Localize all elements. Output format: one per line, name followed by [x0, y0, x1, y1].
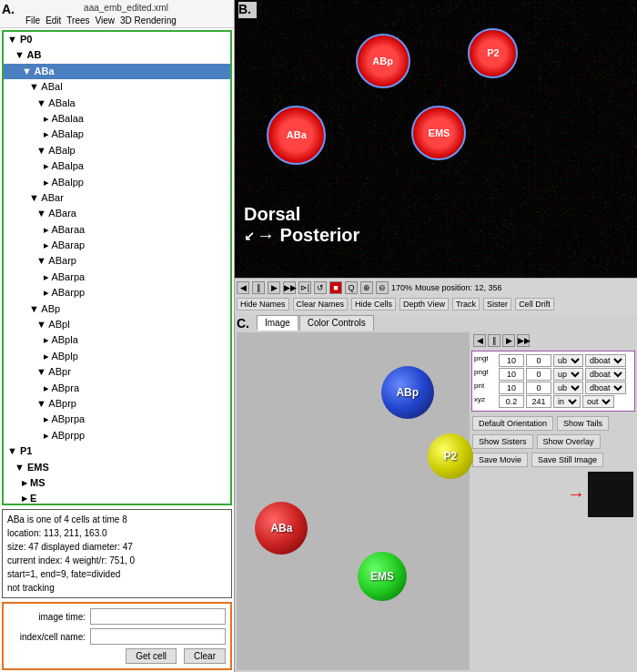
tree-node-abarap[interactable]: ▸ ABarap	[4, 238, 230, 253]
ctrl-sel2-3[interactable]: out	[582, 395, 614, 408]
ctrl-sel1-1[interactable]: up	[553, 368, 583, 381]
ctrl-sel1-3[interactable]: in	[553, 395, 581, 408]
ctrl-val2-2[interactable]	[526, 382, 551, 394]
tb-fast-fwd-icon[interactable]: ▶▶	[283, 281, 296, 294]
get-cell-button[interactable]: Get cell	[126, 648, 177, 664]
tree-node-abaraa[interactable]: ▸ ABaraa	[4, 222, 230, 238]
tree-node-ems[interactable]: ▼ EMS	[4, 460, 230, 475]
ctrl-sel2-2[interactable]: dboat	[585, 382, 626, 394]
save-movie-btn[interactable]: Save Movie	[472, 453, 528, 467]
tree-node-abal[interactable]: ▼ ABal	[4, 79, 230, 95]
tree-node-abalpp[interactable]: ▸ ABalpp	[4, 175, 230, 190]
track-btn[interactable]: Track	[452, 298, 480, 311]
tree-node-abala[interactable]: ▼ ABala	[4, 96, 230, 111]
tree-node-abarpp[interactable]: ▸ ABarpp	[4, 285, 230, 300]
ctrl-val1-2[interactable]	[499, 382, 524, 394]
tb-pause-icon[interactable]: ‖	[252, 281, 265, 294]
controls-panel: ◀ ‖ ▶ ▶▶ pngt ub dboat	[471, 332, 635, 670]
tb-loop-icon[interactable]: ↺	[314, 281, 327, 294]
controls-table: pngt ub dboat pngt up dboat	[471, 351, 635, 412]
menu-trees[interactable]: Trees	[66, 15, 89, 25]
show-overlay-btn[interactable]: Show Overlay	[537, 434, 601, 449]
tree-node-abar[interactable]: ▼ ABar	[4, 190, 230, 206]
tree-node-ms[interactable]: ▸ MS	[4, 475, 230, 491]
menu-view[interactable]: View	[96, 15, 116, 25]
tree-node-abp[interactable]: ▼ ABp	[4, 301, 230, 317]
tree-node-ab[interactable]: ▼ AB	[4, 47, 230, 63]
cell-label-ems: EMS	[413, 127, 464, 138]
ctrl-val2-3[interactable]	[526, 395, 551, 408]
tree-node-p0[interactable]: ▼ P0	[4, 32, 230, 47]
ctrl-sel1-2[interactable]: ub	[553, 382, 583, 394]
ctrl-sel1-0[interactable]: ub	[553, 354, 583, 367]
section-c: C. Image Color Controls ABp P2	[235, 314, 637, 672]
tree-node-abalp[interactable]: ▼ ABalp	[4, 143, 230, 158]
show-sisters-btn[interactable]: Show Sisters	[472, 434, 533, 449]
tree-node-abprp[interactable]: ▼ ABprp	[4, 396, 230, 412]
menu-file[interactable]: File	[25, 15, 40, 25]
cell-3d-ems[interactable]: EMS	[358, 552, 407, 601]
clear-names-btn[interactable]: Clear Names	[293, 298, 349, 311]
cell-3d-abp[interactable]: ABp	[381, 366, 434, 419]
section-c-header: C. Image Color Controls	[235, 314, 637, 331]
tree-node-e[interactable]: ▸ E	[4, 491, 230, 505]
depth-view-btn[interactable]: Depth View	[399, 298, 449, 311]
tree-node-abprpp[interactable]: ▸ ABprpp	[4, 428, 230, 443]
toolbar-b: ◀ ‖ ▶ ▶▶ ⊳| ↺ ■ Q ⊕ ⊖ 170% Mouse positio…	[235, 278, 637, 314]
tree-node-abalpa[interactable]: ▸ ABalpa	[4, 158, 230, 174]
menu-3d[interactable]: 3D Rendering	[120, 15, 177, 25]
tb-play-icon[interactable]: ◀	[237, 281, 249, 294]
mini-fwd-icon[interactable]: ▶	[502, 334, 515, 347]
tab-image[interactable]: Image	[257, 315, 298, 331]
ctrl-val1-0[interactable]	[499, 354, 524, 367]
menu-bar: aaa_emb_edited.xml File Edit Trees View …	[0, 0, 234, 28]
tree-node-abpla[interactable]: ▸ ABpla	[4, 332, 230, 348]
tree-node-abarpa[interactable]: ▸ ABarpa	[4, 270, 230, 285]
mini-pause-icon[interactable]: ‖	[488, 334, 500, 347]
mini-ffwd-icon[interactable]: ▶▶	[517, 334, 530, 347]
tree-node-abara[interactable]: ▼ ABara	[4, 206, 230, 221]
cell-drift-btn[interactable]: Cell Drift	[515, 298, 554, 311]
default-orientation-btn[interactable]: Default Orientation	[472, 416, 553, 431]
tb-icon2[interactable]: Q	[345, 281, 358, 294]
tree-node-abplp[interactable]: ▸ ABplp	[4, 349, 230, 364]
hide-names-btn[interactable]: Hide Names	[237, 298, 289, 311]
show-tails-btn[interactable]: Show Tails	[557, 416, 609, 431]
tree-container[interactable]: ▼ P0▼ AB▼ ABa▼ ABal▼ ABala▸ ABalaa▸ ABal…	[2, 30, 232, 505]
tb-end-icon[interactable]: ⊳|	[298, 281, 311, 294]
cell-3d-aba[interactable]: ABa	[255, 502, 308, 555]
tree-node-abalap[interactable]: ▸ ABalap	[4, 127, 230, 142]
sister-btn[interactable]: Sister	[483, 298, 511, 311]
ctrl-val1-1[interactable]	[499, 368, 524, 381]
info-box: ABa is one of 4 cells at time 8location:…	[2, 509, 232, 598]
save-still-image-btn[interactable]: Save Still Image	[531, 453, 603, 467]
ctrl-val2-1[interactable]	[526, 368, 551, 381]
tb-red-btn[interactable]: ■	[329, 281, 342, 294]
tree-node-abpra[interactable]: ▸ ABpra	[4, 381, 230, 396]
mini-play-icon[interactable]: ◀	[473, 334, 486, 347]
tree-node-abalaa[interactable]: ▸ ABalaa	[4, 111, 230, 127]
mini-toolbar: ◀ ‖ ▶ ▶▶	[471, 332, 635, 349]
ctrl-val2-0[interactable]	[526, 354, 551, 367]
menu-edit[interactable]: Edit	[46, 15, 61, 25]
arrow-area: →	[471, 470, 635, 520]
image-time-input[interactable]	[90, 608, 226, 625]
cell-3d-p2[interactable]: P2	[428, 433, 473, 479]
index-cell-input[interactable]	[90, 628, 226, 645]
tree-node-p1[interactable]: ▼ P1	[4, 443, 230, 459]
tree-node-abpl[interactable]: ▼ ABpl	[4, 317, 230, 332]
ctrl-sel2-0[interactable]: dboat	[585, 354, 626, 367]
tb-icon3[interactable]: ⊕	[360, 281, 373, 294]
tab-color-controls[interactable]: Color Controls	[299, 315, 374, 331]
left-panel: A. aaa_emb_edited.xml File Edit Trees Vi…	[0, 0, 235, 672]
tb-forward-icon[interactable]: ▶	[268, 281, 280, 294]
tree-node-abarp[interactable]: ▼ ABarp	[4, 253, 230, 269]
tree-node-aba[interactable]: ▼ ABa	[4, 64, 230, 79]
ctrl-sel2-1[interactable]: dboat	[585, 368, 626, 381]
clear-button[interactable]: Clear	[184, 648, 226, 664]
hide-cells-btn[interactable]: Hide Cells	[351, 298, 396, 311]
tb-icon4[interactable]: ⊖	[376, 281, 389, 294]
tree-node-abpr[interactable]: ▼ ABpr	[4, 364, 230, 380]
ctrl-val1-3[interactable]	[499, 395, 524, 408]
tree-node-abprpa[interactable]: ▸ ABprpa	[4, 412, 230, 427]
